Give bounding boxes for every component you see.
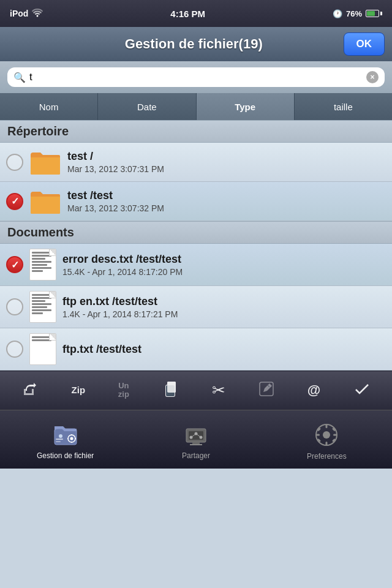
share-button[interactable]	[17, 378, 43, 404]
rename-button[interactable]	[254, 379, 279, 403]
svg-rect-26	[326, 442, 328, 445]
tab-preferences[interactable]: Preferences	[262, 410, 392, 469]
file-name-5: ftp.txt /test/test	[62, 343, 386, 356]
zip-button[interactable]: Zip	[67, 379, 91, 402]
file-meta-3: 15.4K - Apr 1, 2014 8:17:20 PM	[62, 267, 386, 277]
header: Gestion de fichier(19) OK	[0, 27, 392, 61]
section-title-repertoire: Répertoire	[7, 124, 69, 138]
zip-icon: Zip	[72, 382, 86, 399]
search-icon: 🔍	[13, 72, 26, 83]
email-button[interactable]: @	[303, 381, 325, 401]
radio-btn-5[interactable]	[6, 341, 23, 358]
tab-share-label: Partager	[182, 451, 210, 460]
file-info-5: ftp.txt /test/test	[62, 343, 386, 356]
doc-icon-1	[29, 249, 56, 281]
doc-icon-2	[29, 291, 56, 323]
svg-point-24	[323, 431, 330, 439]
sort-taille[interactable]: taille	[295, 93, 392, 120]
file-meta-1: Mar 13, 2012 3:07:31 PM	[67, 164, 386, 174]
status-right: 🕐 76%	[333, 9, 382, 18]
email-icon: @	[307, 383, 320, 397]
pencil-icon	[258, 381, 274, 399]
wifi-icon	[32, 9, 43, 19]
status-left: iPod	[10, 9, 43, 19]
svg-rect-7	[56, 439, 63, 440]
preferences-icon	[315, 423, 338, 450]
file-info-1: test / Mar 13, 2012 3:07:31 PM	[67, 150, 386, 174]
file-item-test-test[interactable]: ✓ test /test Mar 13, 2012 3:07:32 PM	[0, 182, 392, 221]
scissors-icon: ✂	[212, 382, 225, 398]
file-meta-2: Mar 13, 2012 3:07:32 PM	[67, 203, 386, 213]
file-name-3: error desc.txt /test/test	[62, 253, 386, 266]
tab-share[interactable]: Partager	[130, 410, 261, 469]
unzip-button[interactable]: Unzip	[113, 379, 134, 402]
search-bar: 🔍 ×	[0, 61, 392, 93]
status-bar: iPod 4:16 PM 🕐 76%	[0, 0, 392, 27]
svg-rect-8	[56, 441, 61, 442]
battery-percent: 76%	[346, 9, 362, 18]
battery-icon	[366, 10, 382, 17]
svg-point-6	[59, 434, 62, 438]
tab-file-manager[interactable]: Gestion de fichier	[0, 410, 130, 469]
check-mark-3: ✓	[11, 259, 19, 271]
tab-bar: Gestion de fichier Partager	[0, 410, 392, 469]
sort-date[interactable]: Date	[98, 93, 196, 120]
toolbar: Zip Unzip ✂ @	[0, 371, 392, 410]
section-header-repertoire: Répertoire	[0, 120, 392, 143]
svg-rect-25	[326, 424, 328, 428]
file-item-ftp-en[interactable]: ftp en.txt /test/test 1.4K - Apr 1, 2014…	[0, 286, 392, 328]
svg-rect-28	[333, 434, 337, 436]
file-info-4: ftp en.txt /test/test 1.4K - Apr 1, 2014…	[62, 295, 386, 319]
content-area: Répertoire test / Mar 13, 2012 3:07:31 P…	[0, 120, 392, 371]
svg-rect-27	[316, 434, 320, 436]
page-title: Gestion de fichier(19)	[44, 36, 344, 52]
file-info-2: test /test Mar 13, 2012 3:07:32 PM	[67, 189, 386, 213]
tab-file-manager-label: Gestion de fichier	[37, 451, 94, 460]
file-item-ftp-txt[interactable]: ftp.txt /test/test	[0, 328, 392, 371]
copy-button[interactable]	[157, 378, 184, 404]
ok-button[interactable]: OK	[344, 32, 385, 56]
sort-nom[interactable]: Nom	[0, 93, 98, 120]
radio-btn-2[interactable]: ✓	[6, 193, 23, 210]
clock-icon: 🕐	[333, 9, 342, 18]
file-info-3: error desc.txt /test/test 15.4K - Apr 1,…	[62, 253, 386, 277]
radio-btn-3[interactable]: ✓	[6, 256, 23, 273]
search-input-wrapper: 🔍 ×	[7, 67, 385, 87]
share-tab-icon	[184, 424, 208, 449]
section-header-documents: Documents	[0, 221, 392, 244]
tab-preferences-label: Preferences	[307, 452, 347, 461]
doc-icon-3	[29, 333, 56, 365]
check-mark-2: ✓	[11, 195, 19, 207]
folder-icon-1	[29, 149, 61, 176]
unzip-icon: Unzip	[118, 382, 129, 399]
share-icon	[21, 380, 39, 400]
sort-bar: Nom Date Type taille	[0, 93, 392, 120]
sort-type[interactable]: Type	[197, 93, 295, 120]
file-name-4: ftp en.txt /test/test	[62, 295, 386, 308]
svg-rect-3	[167, 382, 176, 393]
cut-button[interactable]: ✂	[207, 380, 230, 402]
section-title-documents: Documents	[7, 225, 74, 239]
status-time: 4:16 PM	[170, 9, 205, 19]
file-item-test-dir[interactable]: test / Mar 13, 2012 3:07:31 PM	[0, 143, 392, 182]
check-all-icon	[353, 380, 371, 400]
radio-btn-1[interactable]	[6, 154, 23, 171]
copy-icon	[162, 380, 179, 400]
file-item-error-desc[interactable]: ✓ error desc.txt /test/test 15.4K - Apr …	[0, 244, 392, 286]
search-input[interactable]	[29, 71, 363, 83]
svg-point-10	[70, 437, 73, 440]
file-name-1: test /	[67, 150, 386, 163]
radio-btn-4[interactable]	[6, 298, 23, 315]
search-clear-button[interactable]: ×	[366, 71, 379, 83]
file-meta-4: 1.4K - Apr 1, 2014 8:17:21 PM	[62, 309, 386, 319]
file-name-2: test /test	[67, 189, 386, 202]
device-label: iPod	[10, 9, 28, 18]
file-manager-icon	[53, 424, 78, 449]
folder-icon-2	[29, 188, 61, 215]
select-all-button[interactable]	[349, 378, 375, 404]
